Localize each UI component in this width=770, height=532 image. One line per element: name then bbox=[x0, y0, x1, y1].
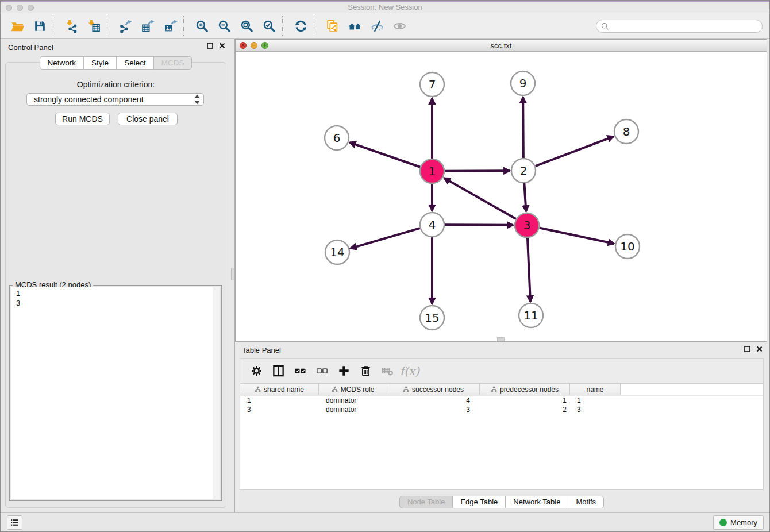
float-panel-icon[interactable] bbox=[744, 346, 750, 352]
table-cell: 3 bbox=[570, 406, 621, 414]
refresh-button[interactable] bbox=[293, 18, 309, 34]
vertical-splitter[interactable] bbox=[231, 39, 235, 512]
hide-selected-button[interactable] bbox=[369, 18, 385, 34]
table-header-row: shared nameMCDS rolesuccessor nodesprede… bbox=[240, 384, 763, 395]
close-panel-button[interactable]: Close panel bbox=[118, 113, 178, 125]
float-panel-icon[interactable] bbox=[207, 43, 213, 49]
new-column-button[interactable] bbox=[333, 363, 355, 380]
graph-edge-3-10[interactable] bbox=[540, 228, 614, 244]
table-panel: Table Panel f(x) shared nameMCDS rolesuc… bbox=[235, 343, 768, 512]
table-row[interactable]: 3dominator323 bbox=[240, 405, 763, 414]
tab-motifs[interactable]: Motifs bbox=[568, 496, 604, 508]
select-all-rows-button[interactable] bbox=[289, 363, 311, 380]
control-panel-title: Control Panel bbox=[8, 43, 53, 52]
scrollbar-track[interactable] bbox=[213, 287, 220, 499]
export-network-button[interactable] bbox=[118, 18, 133, 34]
import-network-button[interactable] bbox=[64, 18, 79, 34]
network-graph[interactable]: 7968124314101511 bbox=[236, 52, 767, 341]
column-header-name[interactable]: name bbox=[570, 384, 621, 395]
zoom-fit-icon bbox=[240, 19, 254, 33]
deselect-all-rows-button[interactable] bbox=[311, 363, 333, 380]
mcds-result-item: 3 bbox=[16, 298, 215, 308]
graph-edge-2-8[interactable] bbox=[536, 137, 614, 167]
graph-edge-3-11[interactable] bbox=[528, 238, 530, 302]
tab-style[interactable]: Style bbox=[84, 56, 117, 70]
open-file-button[interactable] bbox=[10, 18, 25, 34]
canvas-splitter-grip[interactable] bbox=[497, 337, 505, 341]
column-header-predecessor-nodes[interactable]: predecessor nodes bbox=[480, 384, 570, 395]
column-header-shared-name[interactable]: shared name bbox=[240, 384, 319, 395]
minimize-view-icon[interactable]: − bbox=[251, 42, 257, 49]
mcds-panel: Optimization criterion: strongly connect… bbox=[5, 62, 226, 508]
toolbar-icon-groups bbox=[6, 16, 411, 36]
show-columns-button[interactable] bbox=[267, 363, 289, 380]
graph-node-11[interactable]: 11 bbox=[519, 303, 543, 327]
close-view-icon[interactable]: × bbox=[240, 42, 247, 49]
tab-network-table[interactable]: Network Table bbox=[506, 496, 568, 508]
function-builder-icon: f(x) bbox=[400, 364, 419, 378]
tab-mcds[interactable]: MCDS bbox=[154, 56, 192, 70]
column-header-mcds-role[interactable]: MCDS role bbox=[319, 384, 387, 395]
memory-button[interactable]: Memory bbox=[713, 515, 764, 530]
graph-edge-1-2[interactable] bbox=[445, 171, 510, 171]
graph-node-8[interactable]: 8 bbox=[614, 119, 638, 144]
zoom-selected-button[interactable] bbox=[261, 18, 277, 34]
column-header-label: predecessor nodes bbox=[500, 385, 559, 394]
graph-node-15[interactable]: 15 bbox=[420, 306, 444, 330]
close-panel-icon[interactable] bbox=[219, 43, 225, 49]
graph-node-7[interactable]: 7 bbox=[420, 72, 444, 97]
tab-node-table[interactable]: Node Table bbox=[399, 496, 453, 508]
mcds-result-list[interactable]: 13 bbox=[11, 287, 220, 499]
task-history-button[interactable] bbox=[7, 515, 22, 530]
search-box[interactable] bbox=[596, 20, 763, 33]
graph-edge-2-3[interactable] bbox=[524, 183, 526, 211]
new-column-icon bbox=[337, 364, 351, 377]
graph-edge-4-14[interactable] bbox=[351, 228, 420, 248]
splitter-handle[interactable] bbox=[231, 268, 234, 280]
tab-select[interactable]: Select bbox=[117, 56, 154, 70]
select-all-rows-icon bbox=[294, 364, 307, 377]
graph-node-4[interactable]: 4 bbox=[420, 213, 444, 237]
graph-edge-1-6[interactable] bbox=[350, 142, 421, 167]
network-window-titlebar: ×−+ scc.txt bbox=[236, 40, 767, 52]
zoom-out-button[interactable] bbox=[217, 18, 232, 34]
table-row[interactable]: 1dominator411 bbox=[240, 396, 763, 405]
graph-node-2[interactable]: 2 bbox=[511, 159, 536, 183]
zoom-view-icon[interactable]: + bbox=[261, 42, 268, 49]
graph-node-3[interactable]: 3 bbox=[515, 213, 539, 237]
graph-node-label: 6 bbox=[333, 131, 341, 145]
export-table-button[interactable] bbox=[140, 18, 156, 34]
graph-node-1[interactable]: 1 bbox=[420, 159, 444, 183]
run-mcds-button[interactable]: Run MCDS bbox=[55, 113, 110, 125]
graph-node-9[interactable]: 9 bbox=[511, 71, 535, 95]
table-options-gear-button[interactable] bbox=[245, 363, 267, 380]
search-input[interactable] bbox=[609, 21, 762, 31]
column-header-label: successor nodes bbox=[412, 385, 464, 394]
graph-node-label: 15 bbox=[425, 311, 439, 325]
tab-edge-table[interactable]: Edge Table bbox=[453, 496, 506, 508]
table-cell: 2 bbox=[480, 406, 570, 414]
export-image-button[interactable] bbox=[163, 18, 178, 34]
hide-selected-icon bbox=[370, 19, 384, 33]
network-window-traffic-lights: ×−+ bbox=[240, 42, 268, 49]
copy-network-button[interactable] bbox=[325, 18, 340, 34]
tab-network[interactable]: Network bbox=[40, 56, 84, 70]
graph-edge-2-9[interactable] bbox=[523, 97, 523, 158]
graph-node-14[interactable]: 14 bbox=[325, 240, 349, 264]
save-session-button[interactable] bbox=[32, 18, 48, 34]
table-panel-window-buttons bbox=[744, 346, 763, 352]
graph-node-6[interactable]: 6 bbox=[325, 126, 349, 150]
import-table-button[interactable] bbox=[86, 18, 102, 34]
first-neighbors-button[interactable] bbox=[347, 18, 363, 34]
graph-node-10[interactable]: 10 bbox=[615, 234, 640, 259]
zoom-fit-button[interactable] bbox=[239, 18, 255, 34]
criterion-dropdown[interactable]: strongly connected component bbox=[26, 93, 204, 106]
zoom-in-button[interactable] bbox=[194, 18, 210, 34]
delete-columns-button[interactable] bbox=[355, 363, 376, 380]
column-tree-icon bbox=[491, 386, 497, 392]
column-header-successor-nodes[interactable]: successor nodes bbox=[387, 384, 480, 395]
graph-edge-4-3[interactable] bbox=[445, 225, 513, 225]
close-panel-icon[interactable] bbox=[756, 346, 763, 352]
network-canvas[interactable]: 7968124314101511 bbox=[236, 52, 767, 341]
graph-edge-3-1[interactable] bbox=[444, 178, 516, 219]
